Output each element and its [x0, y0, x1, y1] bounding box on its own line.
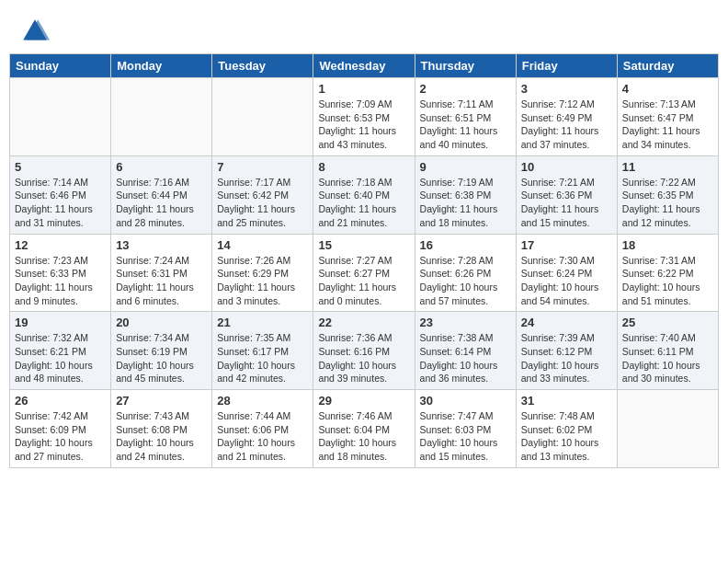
day-info: Sunrise: 7:24 AM Sunset: 6:31 PM Dayligh…: [116, 254, 207, 308]
day-number: 1: [318, 82, 409, 96]
logo-icon: [20, 17, 50, 46]
day-info: Sunrise: 7:38 AM Sunset: 6:14 PM Dayligh…: [420, 331, 511, 385]
day-number: 9: [420, 160, 511, 174]
day-info: Sunrise: 7:47 AM Sunset: 6:03 PM Dayligh…: [420, 409, 511, 464]
calendar-cell: 21Sunrise: 7:35 AM Sunset: 6:17 PM Dayli…: [212, 312, 313, 390]
calendar-week-row: 5Sunrise: 7:14 AM Sunset: 6:46 PM Daylig…: [10, 155, 719, 234]
logo: [20, 17, 53, 46]
calendar-cell: 27Sunrise: 7:43 AM Sunset: 6:08 PM Dayli…: [111, 390, 212, 468]
calendar-cell: 10Sunrise: 7:21 AM Sunset: 6:36 PM Dayli…: [516, 155, 617, 234]
calendar-cell: 15Sunrise: 7:27 AM Sunset: 6:27 PM Dayli…: [313, 234, 415, 312]
day-info: Sunrise: 7:43 AM Sunset: 6:08 PM Dayligh…: [116, 409, 207, 464]
day-number: 3: [521, 82, 612, 96]
day-number: 15: [318, 238, 409, 252]
day-number: 17: [521, 238, 612, 252]
day-info: Sunrise: 7:23 AM Sunset: 6:33 PM Dayligh…: [15, 254, 106, 308]
calendar-cell: 3Sunrise: 7:12 AM Sunset: 6:49 PM Daylig…: [516, 78, 617, 156]
day-info: Sunrise: 7:18 AM Sunset: 6:40 PM Dayligh…: [318, 176, 409, 230]
day-info: Sunrise: 7:32 AM Sunset: 6:21 PM Dayligh…: [15, 331, 106, 385]
calendar-header: SundayMondayTuesdayWednesdayThursdayFrid…: [10, 54, 719, 78]
calendar-cell: 2Sunrise: 7:11 AM Sunset: 6:51 PM Daylig…: [415, 78, 516, 156]
calendar-cell: 24Sunrise: 7:39 AM Sunset: 6:12 PM Dayli…: [516, 312, 617, 390]
calendar-cell: 18Sunrise: 7:31 AM Sunset: 6:22 PM Dayli…: [617, 234, 718, 312]
day-number: 30: [420, 394, 511, 408]
weekday-header-tuesday: Tuesday: [212, 54, 313, 78]
day-number: 13: [116, 238, 207, 252]
weekday-header-saturday: Saturday: [617, 54, 718, 78]
day-number: 21: [217, 316, 308, 329]
day-number: 18: [622, 238, 713, 252]
day-number: 2: [420, 82, 511, 96]
calendar-cell: 22Sunrise: 7:36 AM Sunset: 6:16 PM Dayli…: [313, 312, 415, 390]
day-number: 28: [217, 394, 308, 408]
day-number: 20: [116, 316, 207, 329]
day-info: Sunrise: 7:30 AM Sunset: 6:24 PM Dayligh…: [521, 254, 612, 308]
calendar-cell: 6Sunrise: 7:16 AM Sunset: 6:44 PM Daylig…: [111, 155, 212, 234]
calendar-cell: [617, 390, 718, 468]
calendar-cell: 26Sunrise: 7:42 AM Sunset: 6:09 PM Dayli…: [10, 390, 111, 468]
calendar-cell: 29Sunrise: 7:46 AM Sunset: 6:04 PM Dayli…: [313, 390, 415, 468]
day-info: Sunrise: 7:40 AM Sunset: 6:11 PM Dayligh…: [622, 331, 713, 385]
calendar-cell: 5Sunrise: 7:14 AM Sunset: 6:46 PM Daylig…: [10, 155, 111, 234]
day-info: Sunrise: 7:28 AM Sunset: 6:26 PM Dayligh…: [420, 254, 511, 308]
calendar-cell: 8Sunrise: 7:18 AM Sunset: 6:40 PM Daylig…: [313, 155, 415, 234]
calendar-cell: 11Sunrise: 7:22 AM Sunset: 6:35 PM Dayli…: [617, 155, 718, 234]
day-number: 16: [420, 238, 511, 252]
calendar-cell: 31Sunrise: 7:48 AM Sunset: 6:02 PM Dayli…: [516, 390, 617, 468]
day-info: Sunrise: 7:16 AM Sunset: 6:44 PM Dayligh…: [116, 176, 207, 230]
day-info: Sunrise: 7:31 AM Sunset: 6:22 PM Dayligh…: [622, 254, 713, 308]
calendar-cell: 1Sunrise: 7:09 AM Sunset: 6:53 PM Daylig…: [313, 78, 415, 156]
day-info: Sunrise: 7:44 AM Sunset: 6:06 PM Dayligh…: [217, 409, 308, 464]
calendar-cell: 4Sunrise: 7:13 AM Sunset: 6:47 PM Daylig…: [617, 78, 718, 156]
day-number: 8: [318, 160, 409, 174]
day-number: 10: [521, 160, 612, 174]
day-number: 29: [318, 394, 409, 408]
calendar-cell: 9Sunrise: 7:19 AM Sunset: 6:38 PM Daylig…: [415, 155, 516, 234]
day-info: Sunrise: 7:14 AM Sunset: 6:46 PM Dayligh…: [15, 176, 106, 230]
day-info: Sunrise: 7:13 AM Sunset: 6:47 PM Dayligh…: [622, 98, 713, 152]
calendar-cell: 16Sunrise: 7:28 AM Sunset: 6:26 PM Dayli…: [415, 234, 516, 312]
day-info: Sunrise: 7:27 AM Sunset: 6:27 PM Dayligh…: [318, 254, 409, 308]
calendar-cell: 17Sunrise: 7:30 AM Sunset: 6:24 PM Dayli…: [516, 234, 617, 312]
day-info: Sunrise: 7:36 AM Sunset: 6:16 PM Dayligh…: [318, 331, 409, 385]
day-number: 7: [217, 160, 308, 174]
day-info: Sunrise: 7:26 AM Sunset: 6:29 PM Dayligh…: [217, 254, 308, 308]
day-number: 24: [521, 316, 612, 329]
day-number: 5: [15, 160, 106, 174]
calendar-cell: 13Sunrise: 7:24 AM Sunset: 6:31 PM Dayli…: [111, 234, 212, 312]
day-number: 4: [622, 82, 713, 96]
weekday-row: SundayMondayTuesdayWednesdayThursdayFrid…: [10, 54, 719, 78]
calendar-week-row: 26Sunrise: 7:42 AM Sunset: 6:09 PM Dayli…: [10, 390, 719, 468]
calendar-week-row: 12Sunrise: 7:23 AM Sunset: 6:33 PM Dayli…: [10, 234, 719, 312]
calendar-week-row: 1Sunrise: 7:09 AM Sunset: 6:53 PM Daylig…: [10, 78, 719, 156]
weekday-header-monday: Monday: [111, 54, 212, 78]
day-info: Sunrise: 7:11 AM Sunset: 6:51 PM Dayligh…: [420, 98, 511, 152]
day-number: 14: [217, 238, 308, 252]
day-info: Sunrise: 7:48 AM Sunset: 6:02 PM Dayligh…: [521, 409, 612, 464]
day-info: Sunrise: 7:09 AM Sunset: 6:53 PM Dayligh…: [318, 98, 409, 152]
day-number: 25: [622, 316, 713, 329]
day-number: 31: [521, 394, 612, 408]
calendar-cell: 28Sunrise: 7:44 AM Sunset: 6:06 PM Dayli…: [212, 390, 313, 468]
weekday-header-wednesday: Wednesday: [313, 54, 415, 78]
page-header: [9, 9, 719, 50]
day-number: 23: [420, 316, 511, 329]
calendar-table: SundayMondayTuesdayWednesdayThursdayFrid…: [9, 53, 719, 468]
calendar-cell: [212, 78, 313, 156]
day-info: Sunrise: 7:22 AM Sunset: 6:35 PM Dayligh…: [622, 176, 713, 230]
day-number: 27: [116, 394, 207, 408]
day-number: 19: [15, 316, 106, 329]
day-info: Sunrise: 7:34 AM Sunset: 6:19 PM Dayligh…: [116, 331, 207, 385]
day-info: Sunrise: 7:35 AM Sunset: 6:17 PM Dayligh…: [217, 331, 308, 385]
day-number: 6: [116, 160, 207, 174]
day-info: Sunrise: 7:21 AM Sunset: 6:36 PM Dayligh…: [521, 176, 612, 230]
calendar-cell: 7Sunrise: 7:17 AM Sunset: 6:42 PM Daylig…: [212, 155, 313, 234]
calendar-week-row: 19Sunrise: 7:32 AM Sunset: 6:21 PM Dayli…: [10, 312, 719, 390]
calendar-cell: 30Sunrise: 7:47 AM Sunset: 6:03 PM Dayli…: [415, 390, 516, 468]
weekday-header-friday: Friday: [516, 54, 617, 78]
day-info: Sunrise: 7:46 AM Sunset: 6:04 PM Dayligh…: [318, 409, 409, 464]
calendar-cell: 19Sunrise: 7:32 AM Sunset: 6:21 PM Dayli…: [10, 312, 111, 390]
day-info: Sunrise: 7:12 AM Sunset: 6:49 PM Dayligh…: [521, 98, 612, 152]
day-info: Sunrise: 7:17 AM Sunset: 6:42 PM Dayligh…: [217, 176, 308, 230]
weekday-header-sunday: Sunday: [10, 54, 111, 78]
